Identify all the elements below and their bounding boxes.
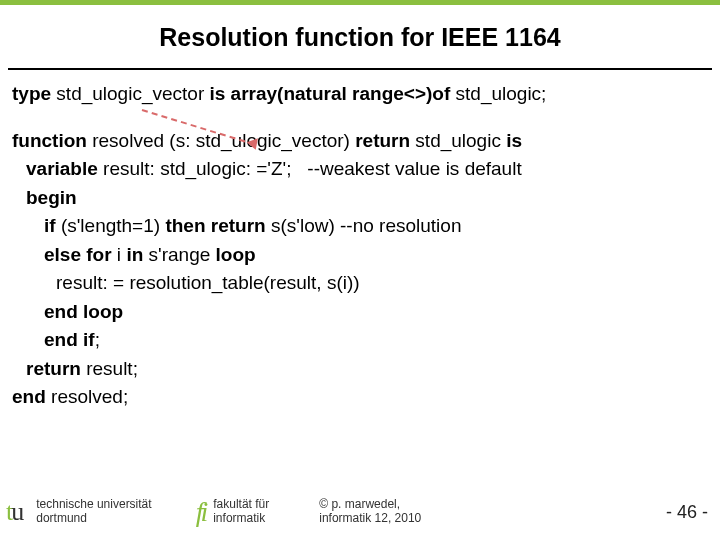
fi-line2: informatik <box>213 512 269 526</box>
code-line-5: else for i in s'range loop <box>12 241 708 270</box>
kw-then-return: then return <box>165 215 265 236</box>
dashed-arrow-icon <box>142 109 257 139</box>
tu-text: technische universität dortmund <box>36 498 151 526</box>
txt: i <box>112 244 127 265</box>
kw-return: return <box>355 130 410 151</box>
code-line-2: variable result: std_ulogic: ='Z'; --wea… <box>12 155 708 184</box>
tu-line2: dortmund <box>36 512 151 526</box>
code-line-1: function resolved (s: std_ulogic_vector)… <box>12 127 708 156</box>
footer: tu technische universität dortmund fi fa… <box>0 488 720 540</box>
code-line-6: result: = resolution_table(result, s(i)) <box>12 269 708 298</box>
slide-title: Resolution function for IEEE 1164 <box>0 5 720 68</box>
cp-line2: informatik 12, 2010 <box>319 512 421 526</box>
kw-end: end <box>12 386 46 407</box>
page-number: - 46 - <box>666 502 708 523</box>
typename: std_ulogic_vector <box>51 83 209 104</box>
kw-variable: variable <box>26 158 98 179</box>
kw-if: if <box>44 215 56 236</box>
kw-endif: end if <box>44 329 95 350</box>
kw-isarray: is array(natural range<>)of <box>210 83 451 104</box>
kw-return2: return <box>26 358 81 379</box>
code-line-10: end resolved; <box>12 383 708 412</box>
kw-is: is <box>506 130 522 151</box>
fi-line1: fakultät für <box>213 498 269 512</box>
txt: result: std_ulogic: ='Z'; --weakest valu… <box>98 158 522 179</box>
tu-logo-icon: tu <box>6 500 24 523</box>
code-line-3: begin <box>12 184 708 213</box>
slide-body: type std_ulogic_vector is array(natural … <box>0 70 720 412</box>
fi-logo-icon: fi <box>196 499 206 524</box>
kw-else-for: else for <box>44 244 112 265</box>
code-line-9: return result; <box>12 355 708 384</box>
code-line-8: end if; <box>12 326 708 355</box>
kw-function: function <box>12 130 87 151</box>
copyright: © p. marwedel, informatik 12, 2010 <box>319 498 421 526</box>
txt: resolved; <box>46 386 128 407</box>
cp-line1: © p. marwedel, <box>319 498 421 512</box>
code-line-7: end loop <box>12 298 708 327</box>
txt: std_ulogic <box>410 130 506 151</box>
code-block: function resolved (s: std_ulogic_vector)… <box>12 127 708 412</box>
txt: s'range <box>143 244 215 265</box>
txt: result; <box>81 358 138 379</box>
type-declaration-line: type std_ulogic_vector is array(natural … <box>12 80 708 109</box>
type-tail: std_ulogic; <box>450 83 546 104</box>
kw-loop: loop <box>216 244 256 265</box>
kw-type: type <box>12 83 51 104</box>
fi-logo: fi fakultät für informatik <box>196 498 270 526</box>
code-line-4: if (s'length=1) then return s(s'low) --n… <box>12 212 708 241</box>
kw-in: in <box>126 244 143 265</box>
txt: (s'length=1) <box>56 215 166 236</box>
txt: s(s'low) --no resolution <box>266 215 462 236</box>
tu-line1: technische universität <box>36 498 151 512</box>
txt: ; <box>95 329 100 350</box>
